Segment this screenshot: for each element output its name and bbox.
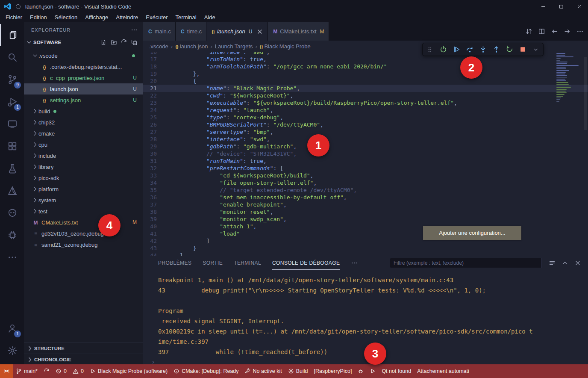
status-sync-changes[interactable] [41,364,53,378]
code-line-30[interactable]: 30 // "device": "STM32L431VC", [143,150,588,157]
panel-tab-console-de-d-bogage[interactable]: CONSOLE DE DÉBOGAGE [272,257,340,270]
tree-item-system[interactable]: system [24,195,143,206]
new-folder-icon[interactable] [110,39,117,46]
activity-run-and-debug[interactable]: 1 [0,91,24,113]
panel-tab-probl-mes[interactable]: PROBLÈMES [158,257,191,270]
tab-cmakelists-txt[interactable]: MCMakeLists.txtM [268,22,329,41]
new-file-icon[interactable] [100,39,107,46]
maximize-button[interactable] [552,0,570,13]
code-line-21[interactable]: 21 "name": "Black Magic Probe", [143,85,588,92]
status-debug-launch-config[interactable]: Black Magic Probe (software) [87,364,171,378]
explorer-section-header[interactable]: SOFTWARE [24,37,143,47]
tree-item-settings-json[interactable]: {}settings.jsonU [24,94,143,106]
tree-item-build[interactable]: build [24,106,143,117]
drag-grip-button[interactable] [425,45,435,54]
tree-item-c-cpp-properties-json[interactable]: {}c_cpp_properties.jsonU [24,72,143,83]
tree-item-gd32vf103-ozone-jdebug[interactable]: ≡gd32vf103_ozone.jdebug [24,228,143,239]
tree-item-samd21-ozone-jdebug[interactable]: ≡samd21_ozone.jdebug [24,239,143,250]
editor-scrollbar[interactable] [584,57,587,130]
breadcrumb-launch-json[interactable]: {}launch.json [175,43,208,50]
breadcrumb-black-magic-probe[interactable]: {}Black Magic Probe [260,43,311,50]
status-problems-errors[interactable]: 0 [53,364,70,378]
breadcrumb--vscode[interactable]: .vscode [149,43,168,50]
step-over-button[interactable] [465,45,474,54]
tree-item-include[interactable]: include [24,150,143,161]
tree-item-library[interactable]: library [24,161,143,172]
step-into-button[interactable] [478,45,488,54]
status-qt-status[interactable]: Qt not found [379,364,414,378]
refresh-explorer-icon[interactable] [121,39,127,46]
minimap[interactable] [556,53,581,103]
status-debug-target[interactable] [355,364,367,378]
activity-explorer[interactable] [0,24,24,46]
code-line-26[interactable]: 26 "BMPGDBSerialPort": "/dev/ttyACM0", [143,121,588,128]
menu-fichier[interactable]: Fichier [2,13,26,22]
tree-item-chip32[interactable]: chip32 [24,117,143,128]
compare-changes-icon[interactable] [525,28,532,35]
activity-source-control[interactable]: 9 [0,68,24,91]
code-line-33[interactable]: 33 "cd ${workspaceRoot}/build", [143,172,588,179]
code-line-28[interactable]: 28 "interface": "swd", [143,136,588,143]
more-debug-actions-button[interactable] [531,45,541,54]
activity-peripherals[interactable] [0,224,24,246]
console-options-icon[interactable] [549,260,556,266]
activity-settings[interactable] [0,340,24,362]
breadcrumb-launch-targets[interactable]: Launch Targets [215,43,253,50]
code-line-43[interactable]: 43 } [143,245,588,252]
navigate-back-icon[interactable] [551,28,558,35]
remote-indicator[interactable]: >< [0,364,13,378]
activity-cmake-tools[interactable] [0,180,24,202]
tree-item-cmakelists-txt[interactable]: MCMakeLists.txtM [24,217,143,228]
panel-more-tabs-icon[interactable] [351,260,358,266]
tree-item-cpu[interactable]: cpu [24,139,143,150]
tree-item-cmake[interactable]: cmake [24,128,143,139]
status-cmake-status[interactable]: CMake: [Debug]: Ready [171,364,241,378]
status-git-branch[interactable]: main* [13,364,41,378]
code-line-22[interactable]: 22 "cwd": "${workspaceRoot}", [143,92,588,99]
panel-tab-sortie[interactable]: SORTIE [203,257,223,270]
panel-tab-terminal[interactable]: TERMINAL [234,257,261,270]
tree-item-test[interactable]: test [24,206,143,217]
code-line-36[interactable]: 36 "set mem inaccessible-by-default off"… [143,194,588,201]
activity-extensions[interactable] [0,135,24,157]
activity-search[interactable] [0,46,24,68]
code-line-29[interactable]: 29 "gdbPath": "gdb-multiarch", [143,143,588,150]
status-run-target[interactable] [367,364,379,378]
code-line-31[interactable]: 31 "runToMain": true, [143,157,588,165]
close-button[interactable] [570,0,588,13]
tab-launch-json[interactable]: {}launch.jsonU [206,22,268,41]
continue-button[interactable] [438,45,448,54]
close-tab-icon[interactable] [256,28,263,35]
console-filter-input[interactable] [390,258,542,268]
menu-atteindre[interactable]: Atteindre [112,13,142,22]
explorer-more-actions-icon[interactable] [131,27,138,33]
activity-accounts[interactable]: 1 [0,317,24,340]
tree-item-pico-sdk[interactable]: pico-sdk [24,172,143,183]
tab-main-c[interactable]: Cmain.c [143,22,176,41]
menu-sélection[interactable]: Sélection [51,13,81,22]
timeline-section[interactable]: CHRONOLOGIE [24,354,143,365]
minimize-button[interactable] [534,0,552,13]
status-cmake-build[interactable]: Build [285,364,311,378]
activity-platformio[interactable] [0,202,24,224]
code-line-17[interactable]: 17 "runToMain": true, [143,56,588,63]
maximize-panel-icon[interactable] [562,260,568,266]
split-editor-icon[interactable] [538,28,545,35]
more-actions-icon[interactable] [576,28,584,35]
menu-edition[interactable]: Edition [26,13,51,22]
stop-button[interactable] [518,45,527,54]
status-problems-warnings[interactable]: 0 [70,364,87,378]
tree-item-cortex-debug-registers-stat[interactable]: {}.cortex-debug.registers.stat... [24,61,143,72]
tab-time-c[interactable]: Ctime.c [176,22,206,41]
add-configuration-button[interactable]: Ajouter une configuration... [423,226,521,240]
run-to-cursor-button[interactable] [452,45,461,54]
code-editor[interactable]: 16 "interface": "swd",17 "runToMain": tr… [143,52,588,256]
tree-item-launch-json[interactable]: {}launch.jsonU [24,83,143,94]
close-panel-icon[interactable] [574,260,581,266]
navigate-forward-icon[interactable] [564,28,571,35]
menu-affichage[interactable]: Affichage [81,13,112,22]
code-line-35[interactable]: 35 // "target extended-remote /dev/ttyAC… [143,186,588,194]
code-line-37[interactable]: 37 "enable breakpoint", [143,201,588,208]
code-line-24[interactable]: 24 "request": "launch", [143,106,588,114]
status-cmake-kit[interactable]: No active kit [242,364,285,378]
